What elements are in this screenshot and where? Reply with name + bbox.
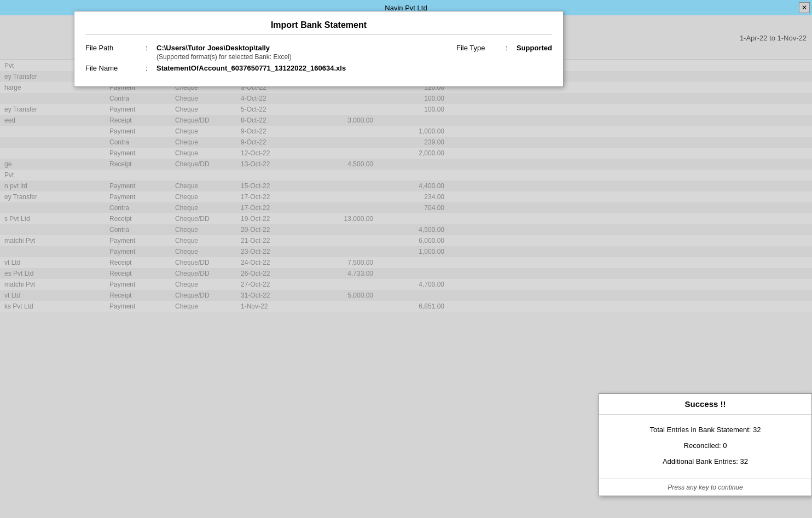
- table-row: matchi Pvt Payment Cheque 27-Oct-22 4,70…: [0, 279, 812, 290]
- table-row: Payment Cheque 12-Oct-22 2,000.00: [0, 148, 812, 159]
- close-button[interactable]: ✕: [799, 2, 810, 13]
- table-row: n pvt ltd Payment Cheque 15-Oct-22 4,400…: [0, 181, 812, 191]
- reconciled-label: Reconciled: 0: [608, 441, 803, 450]
- file-path-row: File Path : C:\Users\Tutor Joes\Desktop\…: [85, 44, 552, 61]
- table-row: Pvt: [0, 170, 812, 181]
- table-row: es Pvt Ltd Receipt Cheque/DD 26-Oct-22 4…: [0, 268, 812, 279]
- file-type-section: File Type : Supported: [456, 44, 552, 52]
- table-row: Contra Cheque 17-Oct-22 704.00: [0, 202, 812, 213]
- file-path-value: C:\Users\Tutor Joes\Desktop\tally (Suppo…: [156, 44, 445, 61]
- additional-entries-label: Additional Bank Entries: 32: [608, 457, 803, 465]
- file-name-colon: :: [146, 64, 156, 72]
- table-row: vt Ltd Receipt Cheque/DD 31-Oct-22 5,000…: [0, 290, 812, 301]
- file-name-label: File Name: [85, 64, 146, 72]
- table-row: Contra Cheque 4-Oct-22 100.00: [0, 93, 812, 104]
- table-row: Payment Cheque 23-Oct-22 1,000.00: [0, 246, 812, 257]
- total-entries-label: Total Entries in Bank Statement: 32: [608, 426, 803, 434]
- file-name-value: StatementOfAccount_6037650771_13122022_1…: [156, 64, 552, 72]
- success-body: Total Entries in Bank Statement: 32 Reco…: [599, 415, 811, 479]
- table-row: ey Transfer Payment Cheque 5-Oct-22 100.…: [0, 104, 812, 115]
- success-footer[interactable]: Press any key to continue: [599, 479, 811, 496]
- file-type-colon: :: [506, 44, 517, 52]
- success-dialog: Success !! Total Entries in Bank Stateme…: [599, 393, 812, 496]
- file-path-colon: :: [146, 44, 156, 52]
- file-path-label: File Path: [85, 44, 146, 52]
- table-row: Payment Cheque 9-Oct-22 1,000.00: [0, 126, 812, 137]
- table-row: vt Ltd Receipt Cheque/DD 24-Oct-22 7,500…: [0, 257, 812, 268]
- table-row: ge Receipt Cheque/DD 13-Oct-22 4,500.00: [0, 159, 812, 170]
- table-row: ks Pvt Ltd Payment Cheque 1-Nov-22 6,851…: [0, 301, 812, 312]
- file-name-row: File Name : StatementOfAccount_603765077…: [85, 64, 552, 72]
- file-type-value: Supported: [517, 44, 552, 52]
- date-range: 1-Apr-22 to 1-Nov-22: [734, 31, 812, 45]
- import-dialog: Import Bank Statement File Path : C:\Use…: [74, 11, 564, 87]
- table-row: eed Receipt Cheque/DD 8-Oct-22 3,000.00: [0, 115, 812, 126]
- import-dialog-title: Import Bank Statement: [85, 20, 552, 35]
- file-type-label: File Type: [456, 44, 506, 52]
- success-title: Success !!: [599, 394, 811, 415]
- table-row: ey Transfer Payment Cheque 17-Oct-22 234…: [0, 191, 812, 202]
- table-row: Contra Cheque 20-Oct-22 4,500.00: [0, 224, 812, 235]
- table-row: Contra Cheque 9-Oct-22 239.00: [0, 137, 812, 148]
- table-row: matchi Pvt Payment Cheque 21-Oct-22 6,00…: [0, 235, 812, 246]
- table-row: s Pvt Ltd Receipt Cheque/DD 19-Oct-22 13…: [0, 213, 812, 224]
